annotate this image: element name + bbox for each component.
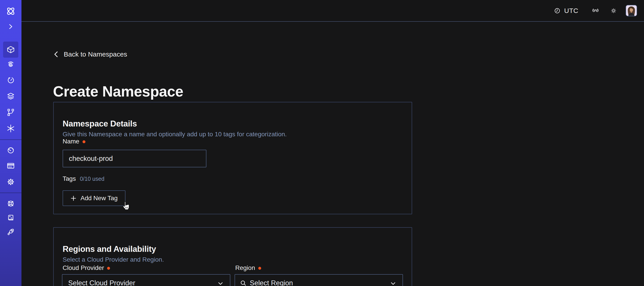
temporal-logo-icon[interactable] [5, 6, 16, 16]
tags-counter: 0/10 used [80, 176, 104, 182]
cloud-provider-label-row: Cloud Provider [62, 264, 110, 272]
add-new-tag-button[interactable]: Add New Tag [62, 190, 126, 206]
lifebuoy-icon [6, 199, 15, 208]
name-label-row: Name [62, 138, 86, 145]
sidebar-item-nexus[interactable] [6, 60, 15, 69]
card-subtitle: Give this Namespace a name and optionall… [62, 130, 287, 138]
region-label: Region [235, 264, 255, 272]
cloud-provider-label: Cloud Provider [62, 264, 104, 272]
cube-icon [6, 45, 15, 54]
chevron-down-icon [217, 281, 224, 286]
reader-mode-button[interactable] [592, 0, 600, 21]
user-avatar[interactable] [626, 5, 637, 16]
required-dot [258, 267, 261, 270]
card-subtitle: Select a Cloud Provider and Region. [62, 256, 164, 264]
cloud-provider-placeholder: Select Cloud Provider [68, 279, 135, 286]
asterisk-icon [6, 124, 15, 133]
plus-icon [70, 195, 76, 201]
card-title: Namespace Details [62, 119, 137, 128]
layers-icon [6, 92, 15, 101]
sidebar-item-batch-operations[interactable] [6, 124, 15, 133]
theme-toggle-button[interactable] [610, 0, 618, 21]
book-sparkles-icon [6, 214, 15, 223]
region-placeholder: Select Region [250, 279, 293, 286]
required-dot [107, 267, 110, 270]
sidebar-item-workflows[interactable] [6, 108, 15, 117]
sidebar-expand-chevron-icon[interactable] [8, 24, 14, 29]
chevron-down-icon [390, 281, 396, 286]
required-dot [82, 140, 86, 143]
sidebar-item-settings[interactable] [6, 177, 15, 186]
region-select[interactable]: Select Region [234, 274, 403, 286]
sidebar-item-support[interactable] [6, 199, 15, 208]
cloud-provider-select[interactable]: Select Cloud Provider [62, 274, 230, 286]
sidebar-divider [0, 193, 22, 193]
topbar: UTC [22, 0, 644, 22]
glasses-icon [592, 7, 600, 15]
branch-icon [6, 108, 15, 117]
sidebar [0, 0, 22, 286]
card-title: Regions and Availability [62, 245, 156, 254]
add-new-tag-label: Add New Tag [80, 195, 118, 202]
sidebar-item-getting-started[interactable] [6, 228, 15, 236]
clock-icon [554, 7, 561, 14]
sidebar-item-schedules[interactable] [6, 76, 15, 85]
tags-label-row: Tags 0/10 used [62, 175, 104, 182]
credit-card-icon [6, 161, 15, 170]
timer-icon [6, 76, 15, 85]
sidebar-item-namespaces[interactable] [3, 41, 18, 58]
sidebar-divider [0, 139, 22, 140]
tags-label: Tags [62, 175, 76, 182]
timezone-selector[interactable]: UTC [554, 0, 578, 21]
regions-availability-card: Regions and Availability Select a Cloud … [53, 227, 412, 286]
namespace-name-input[interactable] [62, 150, 206, 167]
app-root: UTC [0, 0, 644, 286]
sidebar-item-deployments[interactable] [6, 92, 15, 101]
rocket-icon [6, 228, 15, 236]
namespace-details-card: Namespace Details Give this Namespace a … [53, 102, 412, 214]
chevron-left-icon [53, 51, 59, 58]
search-icon [240, 280, 247, 286]
region-label-row: Region [235, 264, 261, 272]
sidebar-item-usage[interactable] [6, 146, 15, 155]
sidebar-item-docs[interactable] [6, 214, 15, 223]
page-title: Create Namespace [53, 84, 183, 99]
concentric-rings-icon [6, 60, 15, 69]
sun-icon [610, 7, 618, 14]
gauge-icon [6, 146, 15, 155]
name-label: Name [62, 138, 80, 145]
back-link-label: Back to Namespaces [64, 51, 127, 58]
sidebar-item-billing[interactable] [6, 161, 15, 170]
timezone-label: UTC [564, 7, 578, 14]
back-to-namespaces-link[interactable]: Back to Namespaces [53, 51, 127, 58]
gear-icon [6, 177, 15, 186]
